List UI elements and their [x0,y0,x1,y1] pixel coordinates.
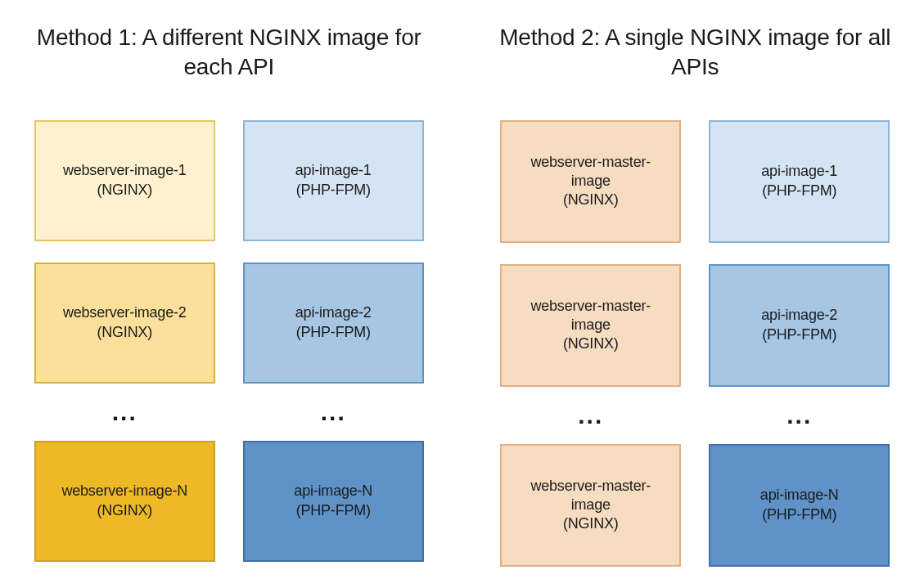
ellipsis: ... [709,403,890,428]
box-line: (PHP-FPM) [296,181,371,200]
webserver-image-n-box: webserver-image-N (NGINX) [34,441,215,562]
box-line: api-image-2 [295,303,372,322]
webserver-master-image-box: webserver-master- image (NGINX) [500,444,681,567]
diagram-row: webserver-image-1 (NGINX) api-image-1 (P… [33,120,426,241]
box-line: (PHP-FPM) [296,501,371,520]
ellipsis-row: ... ... [499,403,892,428]
webserver-master-image-box: webserver-master- image (NGINX) [500,264,681,387]
ellipsis: ... [243,400,424,424]
method-2-title: Method 2: A single NGINX image for all A… [499,23,892,83]
ellipsis: ... [34,400,215,424]
box-line: (NGINX) [563,334,619,353]
diagram-row: webserver-image-N (NGINX) api-image-N (P… [33,441,426,562]
box-line: (NGINX) [563,191,619,209]
ellipsis-row: ... ... [33,400,426,424]
box-line: webserver-image-N [61,482,187,500]
box-line: image [571,496,611,514]
diagram-container: Method 1: A different NGINX image for ea… [33,23,891,567]
box-line: (NGINX) [97,501,152,520]
method-1-title: Method 1: A different NGINX image for ea… [33,23,426,83]
box-line: api-image-1 [295,161,372,180]
box-line: webserver-master- [530,297,651,316]
method-2-rows: webserver-master- image (NGINX) api-imag… [499,120,892,567]
box-line: (PHP-FPM) [762,505,836,524]
box-line: (NGINX) [97,323,152,342]
box-line: (NGINX) [563,514,619,533]
method-1-rows: webserver-image-1 (NGINX) api-image-1 (P… [33,120,426,562]
webserver-master-image-box: webserver-master- image (NGINX) [500,120,681,243]
box-line: webserver-image-1 [63,161,187,180]
box-line: api-image-N [294,482,372,500]
webserver-image-2-box: webserver-image-2 (NGINX) [34,263,215,384]
box-line: image [571,172,611,191]
box-line: webserver-master- [530,477,651,496]
box-line: (NGINX) [97,181,152,200]
box-line: (PHP-FPM) [296,323,371,342]
api-image-n-box: api-image-N (PHP-FPM) [243,441,424,562]
diagram-row: webserver-master- image (NGINX) api-imag… [499,120,892,243]
box-line: api-image-N [760,486,839,505]
box-line: webserver-image-2 [63,303,187,322]
method-1-column: Method 1: A different NGINX image for ea… [33,23,426,567]
api-image-2-box: api-image-2 (PHP-FPM) [709,264,890,387]
ellipsis: ... [500,403,681,428]
api-image-1-box: api-image-1 (PHP-FPM) [709,120,890,243]
box-line: api-image-1 [761,162,837,181]
box-line: image [571,316,611,334]
api-image-1-box: api-image-1 (PHP-FPM) [243,120,424,241]
diagram-row: webserver-master- image (NGINX) api-imag… [499,444,892,567]
method-2-column: Method 2: A single NGINX image for all A… [499,23,892,567]
diagram-row: webserver-master- image (NGINX) api-imag… [499,264,892,387]
box-line: (PHP-FPM) [762,325,836,344]
api-image-2-box: api-image-2 (PHP-FPM) [243,263,424,384]
diagram-row: webserver-image-2 (NGINX) api-image-2 (P… [33,263,426,384]
webserver-image-1-box: webserver-image-1 (NGINX) [34,120,215,241]
api-image-n-box: api-image-N (PHP-FPM) [709,444,890,567]
box-line: (PHP-FPM) [762,182,836,200]
box-line: api-image-2 [761,306,837,325]
box-line: webserver-master- [530,153,651,172]
